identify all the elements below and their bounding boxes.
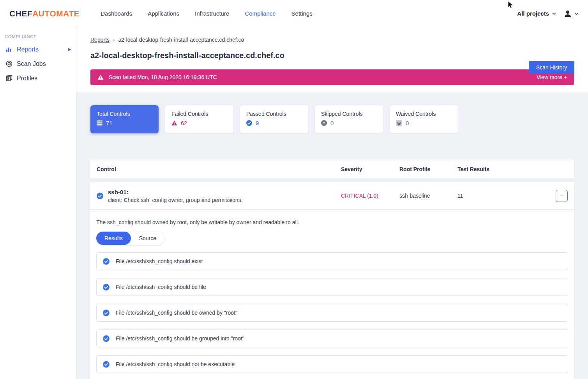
control-title: client: Check ssh_config owner, group an… — [108, 197, 243, 203]
waived-badge-icon: w — [396, 120, 402, 126]
nav-infrastructure[interactable]: Infrastructure — [187, 6, 237, 21]
sidebar-item-label: Reports — [17, 46, 39, 53]
control-description: The ssh_config should owned by root, onl… — [96, 219, 568, 225]
test-result-text: File /etc/ssh/ssh_config should exist — [116, 258, 203, 264]
control-test-results: 11 — [457, 193, 556, 199]
test-result-row[interactable]: File /etc/ssh/ssh_config should be file — [96, 278, 568, 296]
tab-results[interactable]: Results — [96, 232, 131, 245]
column-header-test-results: Test Results — [457, 166, 574, 172]
control-expanded-detail: The ssh_config should owned by root, onl… — [90, 210, 574, 379]
main-content: Reports › a2-local-desktop-fresh-install… — [76, 27, 588, 379]
test-result-text: File /etc/ssh/ssh_config should not be e… — [116, 361, 235, 367]
card-value: 0 — [406, 120, 409, 126]
chevron-down-icon — [552, 12, 556, 16]
nav-compliance[interactable]: Compliance — [237, 6, 283, 21]
waived-controls-card[interactable]: Waived Controls w 0 — [390, 105, 458, 133]
test-result-row[interactable]: File /etc/ssh/ssh_config should not be e… — [96, 355, 568, 373]
card-label: Failed Controls — [171, 111, 227, 117]
column-header-severity: Severity — [341, 166, 399, 172]
card-value: 9 — [256, 120, 259, 126]
sidebar-item-label: Scan Jobs — [17, 60, 46, 67]
test-result-row[interactable]: File /etc/ssh/ssh_config should exist — [96, 252, 568, 270]
sidebar-item-reports[interactable]: Reports ▶ — [0, 42, 76, 57]
nav-settings[interactable]: Settings — [284, 6, 320, 21]
projects-filter-label: All projects — [517, 10, 549, 17]
documents-icon — [5, 75, 12, 82]
content-area: Total Controls 71 Failed Controls 62 Pas… — [76, 92, 588, 379]
user-menu-dropdown[interactable] — [563, 9, 579, 18]
detail-tabs: Results Source — [96, 232, 164, 245]
control-severity: CRITICAL (1.0) — [341, 193, 399, 199]
sidebar-item-label: Profiles — [17, 75, 37, 82]
brand-chef: CHEF — [9, 9, 32, 18]
card-label: Total Controls — [97, 111, 152, 117]
main-nav: Dashboards Applications Infrastructure C… — [93, 6, 320, 21]
breadcrumb-current: a2-local-desktop-fresh-install-acceptanc… — [118, 37, 244, 43]
test-result-row[interactable]: File /etc/ssh/ssh_config should be group… — [96, 329, 568, 347]
card-label: Passed Controls — [246, 111, 302, 117]
control-row-ssh-01[interactable]: ssh-01: client: Check ssh_config owner, … — [90, 182, 574, 210]
breadcrumb-separator: › — [113, 37, 115, 43]
column-header-root-profile: Root Profile — [399, 166, 457, 172]
card-value: 0 — [330, 120, 334, 126]
user-profile-icon — [563, 9, 572, 18]
brand-automate: AUTOMATE — [32, 9, 79, 18]
nav-dashboards[interactable]: Dashboards — [93, 6, 140, 21]
scan-history-button[interactable]: Scan History — [529, 61, 574, 74]
arrow-right-icon: ▶ — [68, 47, 71, 52]
check-circle-icon — [103, 335, 109, 342]
check-circle-icon — [103, 310, 109, 316]
chevron-down-icon — [575, 12, 579, 16]
breadcrumb: Reports › a2-local-desktop-fresh-install… — [90, 37, 574, 43]
skipped-controls-card[interactable]: Skipped Controls ? 0 — [315, 105, 383, 133]
sidebar-section-label: COMPLIANCE — [5, 34, 76, 39]
control-root-profile: ssh-baseline — [399, 193, 457, 199]
control-id: ssh-01: — [108, 189, 243, 195]
scan-failed-banner: Scan failed Mon, 10 Aug 2020 16:19:36 UT… — [90, 69, 574, 85]
test-result-text: File /etc/ssh/ssh_config should be file — [116, 284, 206, 290]
test-result-text: File /etc/ssh/ssh_config should be group… — [116, 335, 244, 342]
nav-applications[interactable]: Applications — [140, 6, 187, 21]
card-value: 71 — [106, 120, 113, 126]
sidebar-item-profiles[interactable]: Profiles — [0, 71, 76, 85]
column-header-control: Control — [90, 166, 341, 172]
sidebar-item-scan-jobs[interactable]: Scan Jobs — [0, 57, 76, 71]
test-result-row[interactable]: File /etc/ssh/ssh_config should be owned… — [96, 304, 568, 322]
question-circle-icon: ? — [321, 120, 327, 126]
check-circle-icon — [246, 120, 252, 126]
list-icon — [97, 120, 102, 126]
card-label: Waived Controls — [396, 111, 452, 117]
table-header-row: Control Severity Root Profile Test Resul… — [90, 159, 574, 179]
controls-table: Control Severity Root Profile Test Resul… — [90, 159, 574, 379]
page-header: Reports › a2-local-desktop-fresh-install… — [76, 27, 588, 92]
check-circle-icon — [103, 258, 109, 265]
check-circle-icon — [103, 284, 109, 290]
page-title: a2-local-desktop-fresh-install-acceptanc… — [90, 51, 574, 60]
banner-message: Scan failed Mon, 10 Aug 2020 16:19:36 UT… — [109, 74, 217, 80]
collapse-row-button[interactable]: − — [556, 190, 568, 202]
test-result-text: File /etc/ssh/ssh_config should be owned… — [116, 310, 237, 316]
tab-source[interactable]: Source — [131, 232, 164, 245]
card-value: 62 — [181, 120, 187, 126]
compliance-sidebar: COMPLIANCE Reports ▶ Scan Jobs Profiles — [0, 27, 76, 379]
total-controls-card[interactable]: Total Controls 71 — [90, 105, 159, 133]
check-circle-icon — [97, 193, 103, 199]
svg-text:?: ? — [323, 121, 325, 125]
breadcrumb-reports-link[interactable]: Reports — [90, 37, 109, 43]
card-label: Skipped Controls — [321, 111, 377, 117]
passed-controls-card[interactable]: Passed Controls 9 — [240, 105, 308, 133]
radar-icon — [5, 60, 12, 67]
test-results-list: File /etc/ssh/ssh_config should exist Fi… — [96, 252, 568, 373]
warning-triangle-icon — [171, 120, 177, 126]
warning-triangle-icon — [97, 74, 104, 80]
bar-chart-icon — [5, 46, 12, 53]
top-navigation-bar: CHEF AUTOMATE Dashboards Applications In… — [0, 0, 588, 27]
chef-automate-logo[interactable]: CHEF AUTOMATE — [9, 9, 79, 18]
check-circle-icon — [103, 361, 109, 368]
banner-view-more-link[interactable]: View more + — [537, 74, 567, 80]
control-detail-card: ssh-01: client: Check ssh_config owner, … — [90, 182, 574, 379]
failed-controls-card[interactable]: Failed Controls 62 — [165, 105, 233, 133]
projects-filter-dropdown[interactable]: All projects — [517, 10, 556, 17]
controls-summary-cards: Total Controls 71 Failed Controls 62 Pas… — [90, 105, 574, 133]
